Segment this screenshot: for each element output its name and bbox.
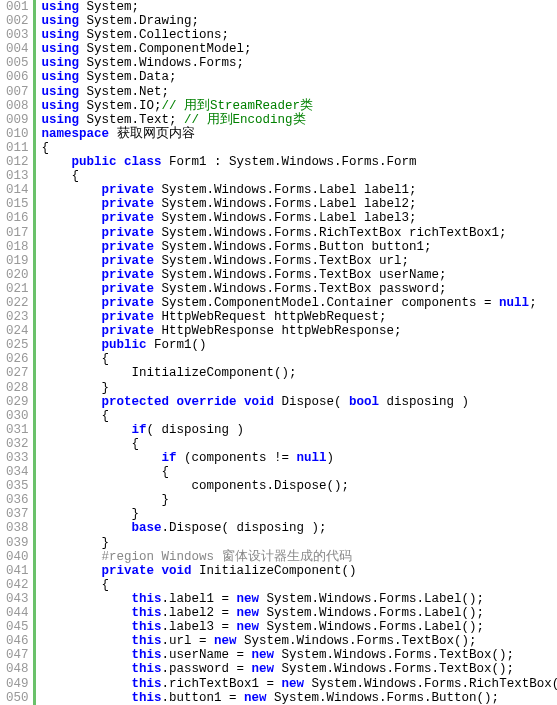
line-number: 016 <box>6 211 29 225</box>
code-text: disposing ) <box>379 395 469 409</box>
code-text: 获取网页内容 <box>109 127 195 141</box>
keyword: if <box>162 451 177 465</box>
line-number: 050 <box>6 691 29 705</box>
line-number: 028 <box>6 381 29 395</box>
code-text <box>42 451 162 465</box>
keyword: new <box>282 677 305 691</box>
code-text: HttpWebRequest httpWebRequest; <box>154 310 387 324</box>
code-line: { <box>42 141 557 155</box>
code-text <box>42 338 102 352</box>
code-line: private HttpWebResponse httpWebResponse; <box>42 324 557 338</box>
code-text: System.Windows.Forms.Label(); <box>259 620 484 634</box>
code-text: .button1 = <box>162 691 245 705</box>
code-text <box>42 282 102 296</box>
keyword: new <box>237 620 260 634</box>
code-text: System.Windows.Forms.Button(); <box>267 691 500 705</box>
line-number: 020 <box>6 268 29 282</box>
code-line: using System.Data; <box>42 70 557 84</box>
code-text: .password = <box>162 662 252 676</box>
keyword: this <box>132 606 162 620</box>
code-text <box>42 691 132 705</box>
line-number: 034 <box>6 465 29 479</box>
code-line: using System.Windows.Forms; <box>42 56 557 70</box>
code-line: using System.Text; // 用到Encoding类 <box>42 113 557 127</box>
line-number: 047 <box>6 648 29 662</box>
code-text: } <box>42 381 110 395</box>
keyword: using <box>42 0 80 14</box>
code-text: System.Windows.Forms.TextBox(); <box>274 648 514 662</box>
line-number: 030 <box>6 409 29 423</box>
keyword: private <box>102 268 155 282</box>
line-number: 029 <box>6 395 29 409</box>
code-line: #region Windows 窗体设计器生成的代码 <box>42 550 557 564</box>
code-text: System.Text; <box>79 113 184 127</box>
code-line: private System.Windows.Forms.TextBox url… <box>42 254 557 268</box>
keyword: private <box>102 240 155 254</box>
code-text: } <box>42 536 110 550</box>
keyword: if <box>132 423 147 437</box>
keyword: new <box>237 592 260 606</box>
code-line: this.userName = new System.Windows.Forms… <box>42 648 557 662</box>
code-text: (components != <box>177 451 297 465</box>
line-number: 041 <box>6 564 29 578</box>
line-number: 005 <box>6 56 29 70</box>
keyword: null <box>297 451 327 465</box>
code-text: components.Dispose(); <box>42 479 350 493</box>
code-line: private System.Windows.Forms.Label label… <box>42 197 557 211</box>
keyword: using <box>42 56 80 70</box>
line-number: 010 <box>6 127 29 141</box>
code-line: { <box>42 409 557 423</box>
code-text <box>42 606 132 620</box>
code-line: } <box>42 493 557 507</box>
code-text <box>42 211 102 225</box>
line-number: 038 <box>6 521 29 535</box>
keyword: using <box>42 28 80 42</box>
line-number-gutter: 0010020030040050060070080090100110120130… <box>0 0 36 705</box>
keyword: null <box>499 296 529 310</box>
code-line: using System.IO;// 用到StreamReader类 <box>42 99 557 113</box>
code-text: { <box>42 409 110 423</box>
code-line: components.Dispose(); <box>42 479 557 493</box>
code-text: ) <box>327 451 335 465</box>
code-text: Dispose( <box>274 395 349 409</box>
code-line: } <box>42 381 557 395</box>
code-text <box>42 648 132 662</box>
code-text <box>42 254 102 268</box>
line-number: 049 <box>6 677 29 691</box>
code-area: using System;using System.Drawing;using … <box>36 0 557 705</box>
line-number: 009 <box>6 113 29 127</box>
code-text: System.IO; <box>79 99 162 113</box>
code-line: this.password = new System.Windows.Forms… <box>42 662 557 676</box>
line-number: 027 <box>6 366 29 380</box>
code-text: System.Windows.Forms.Label label3; <box>154 211 417 225</box>
line-number: 031 <box>6 423 29 437</box>
code-text: System.Windows.Forms.Label label1; <box>154 183 417 197</box>
code-text: .label3 = <box>162 620 237 634</box>
line-number: 021 <box>6 282 29 296</box>
code-text <box>42 521 132 535</box>
code-line: { <box>42 578 557 592</box>
code-text <box>42 620 132 634</box>
line-number: 036 <box>6 493 29 507</box>
code-text: .label2 = <box>162 606 237 620</box>
code-line: using System.Collections; <box>42 28 557 42</box>
line-number: 046 <box>6 634 29 648</box>
code-line: private System.Windows.Forms.RichTextBox… <box>42 226 557 240</box>
code-line: private System.Windows.Forms.Button butt… <box>42 240 557 254</box>
code-text <box>42 423 132 437</box>
keyword: this <box>132 662 162 676</box>
code-text <box>42 240 102 254</box>
code-line: private System.ComponentModel.Container … <box>42 296 557 310</box>
keyword: public <box>102 338 147 352</box>
line-number: 001 <box>6 0 29 14</box>
code-text: System.Windows.Forms.TextBox userName; <box>154 268 447 282</box>
line-number: 023 <box>6 310 29 324</box>
keyword: private void <box>102 564 192 578</box>
code-text: System.Windows.Forms.Label(); <box>259 592 484 606</box>
keyword: using <box>42 85 80 99</box>
keyword: base <box>132 521 162 535</box>
code-text: System.Windows.Forms.Button button1; <box>154 240 432 254</box>
code-text: .richTextBox1 = <box>162 677 282 691</box>
keyword: public class <box>72 155 162 169</box>
code-text: } <box>42 507 140 521</box>
